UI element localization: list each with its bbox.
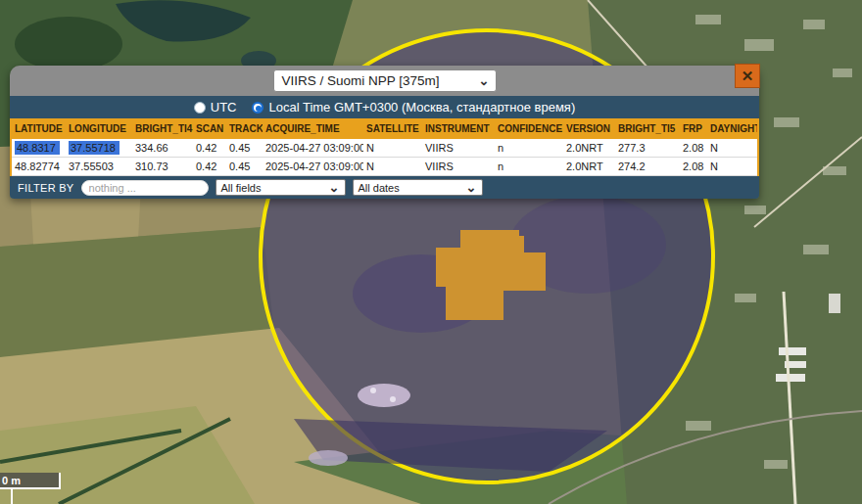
highlighted-latitude: 48.8317 xyxy=(15,141,60,155)
utc-radio[interactable]: UTC xyxy=(194,100,237,115)
table-cell: N xyxy=(363,139,422,158)
utc-radio-circle xyxy=(194,102,206,114)
table-cell: 0.42 xyxy=(193,139,226,158)
local-time-radio-circle xyxy=(252,102,263,114)
table-cell: 37.55718 xyxy=(66,139,132,158)
table-cell: 2.0NRT xyxy=(563,139,615,158)
table-cell: 0.45 xyxy=(226,139,263,158)
col-scan[interactable]: SCAN xyxy=(193,118,226,139)
col-version[interactable]: VERSION xyxy=(563,118,615,139)
local-time-radio-label: Local Time GMT+0300 (Москва, стандартное… xyxy=(268,100,575,115)
col-frp[interactable]: FRP xyxy=(680,118,707,139)
col-latitude[interactable]: LATITUDE xyxy=(12,118,66,139)
close-icon: ✕ xyxy=(742,68,754,84)
table-cell: 48.82774 xyxy=(12,158,66,176)
chevron-down-icon: ⌄ xyxy=(466,183,477,193)
col-track[interactable]: TRACK xyxy=(226,118,263,139)
table-cell: N xyxy=(363,158,422,176)
close-button[interactable]: ✕ xyxy=(735,64,760,88)
col-daynight[interactable]: DAYNIGHT xyxy=(707,118,757,139)
dataset-select[interactable]: VIIRS / Suomi NPP [375m] ⌄ xyxy=(273,69,497,92)
scale-label: 0 m xyxy=(2,475,21,486)
fire-data-panel: VIIRS / Suomi NPP [375m] ⌄ ✕ UTC Local T… xyxy=(10,66,759,199)
local-time-radio[interactable]: Local Time GMT+0300 (Москва, стандартное… xyxy=(252,100,575,115)
table-cell: 2.08 xyxy=(680,158,707,176)
col-instrument[interactable]: INSTRUMENT xyxy=(422,118,495,139)
col-satellite[interactable]: SATELLITE xyxy=(363,118,422,139)
table-cell: n xyxy=(495,139,563,158)
highlighted-longitude: 37.55718 xyxy=(69,141,120,155)
col-confidence[interactable]: CONFIDENCE xyxy=(495,118,563,139)
table-cell: 334.66 xyxy=(132,139,193,158)
col-bright-ti4[interactable]: BRIGHT_TI4 xyxy=(132,118,193,139)
table-cell: 277.3 xyxy=(615,139,680,158)
fire-row[interactable]: 48.82774 37.55503 310.73 0.42 0.45 2025-… xyxy=(12,158,757,176)
dates-select-value: All dates xyxy=(359,182,400,194)
utc-radio-label: UTC xyxy=(211,100,237,115)
table-cell: n xyxy=(495,158,563,176)
table-cell: 2025-04-27 03:09:00 xyxy=(263,158,363,176)
table-cell: N xyxy=(707,139,757,158)
filter-bar: FILTER BY All fields ⌄ All dates ⌄ xyxy=(10,176,759,199)
chevron-down-icon: ⌄ xyxy=(329,183,340,193)
table-cell: 2.08 xyxy=(680,139,707,158)
col-acquire-time[interactable]: ACQUIRE_TIME xyxy=(263,118,363,139)
table-cell: VIIRS xyxy=(422,139,495,158)
woods-patch xyxy=(15,17,122,71)
fire-row-selected[interactable]: 48.8317 37.55718 334.66 0.42 0.45 2025-0… xyxy=(12,139,757,158)
map-view: 0 m VIIRS / Suomi NPP [375m] ⌄ ✕ UTC Loc… xyxy=(0,0,862,504)
table-cell: 0.42 xyxy=(193,158,226,176)
dates-select[interactable]: All dates ⌄ xyxy=(353,179,483,196)
table-header-row: LATITUDE LONGITUDE BRIGHT_TI4 SCAN TRACK… xyxy=(12,118,757,139)
filter-input[interactable] xyxy=(81,180,209,196)
fields-select[interactable]: All fields ⌄ xyxy=(216,179,346,196)
col-bright-ti5[interactable]: BRIGHT_TI5 xyxy=(615,118,680,139)
table-cell: 48.8317 xyxy=(12,139,66,158)
table-cell: 274.2 xyxy=(615,158,680,176)
filter-by-label: FILTER BY xyxy=(18,182,74,194)
table-cell: 2.0NRT xyxy=(563,158,615,176)
table-cell: 310.73 xyxy=(132,158,193,176)
time-toggle-row: UTC Local Time GMT+0300 (Москва, стандар… xyxy=(10,96,759,118)
fire-table: LATITUDE LONGITUDE BRIGHT_TI4 SCAN TRACK… xyxy=(12,118,757,176)
table-cell: 2025-04-27 03:09:00 xyxy=(263,139,363,158)
table-cell: N xyxy=(707,158,757,176)
fields-select-value: All fields xyxy=(221,182,262,194)
scale-bar-tick xyxy=(11,489,13,504)
panel-header: VIIRS / Suomi NPP [375m] ⌄ ✕ xyxy=(10,66,759,96)
fire-table-wrap: LATITUDE LONGITUDE BRIGHT_TI4 SCAN TRACK… xyxy=(10,118,759,176)
table-cell: 37.55503 xyxy=(66,158,132,176)
table-cell: 0.45 xyxy=(226,158,263,176)
dataset-select-value: VIIRS / Suomi NPP [375m] xyxy=(282,73,440,88)
chevron-down-icon: ⌄ xyxy=(479,76,490,86)
col-longitude[interactable]: LONGITUDE xyxy=(66,118,132,139)
map-scale-bar: 0 m xyxy=(0,473,61,489)
table-cell: VIIRS xyxy=(422,158,495,176)
